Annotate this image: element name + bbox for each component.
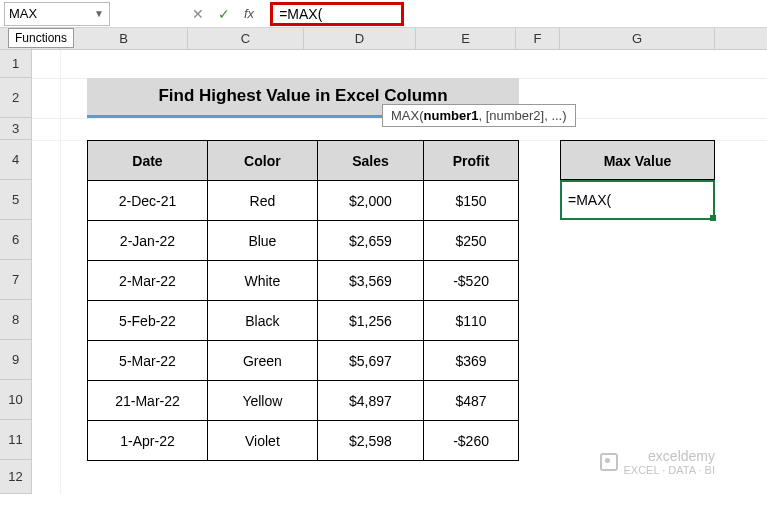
cell-profit[interactable]: $150 xyxy=(424,181,519,221)
formula-bar-icons: ✕ ✓ fx xyxy=(114,6,270,22)
cell-date[interactable]: 1-Apr-22 xyxy=(88,421,208,461)
col-header-B[interactable]: B xyxy=(60,28,188,49)
row-header[interactable]: 3 xyxy=(0,118,32,140)
fx-icon[interactable]: fx xyxy=(244,6,254,21)
col-header-F[interactable]: F xyxy=(516,28,560,49)
cell-sales[interactable]: $4,897 xyxy=(317,381,423,421)
chevron-down-icon[interactable]: ▼ xyxy=(93,8,105,19)
formula-input[interactable]: =MAX( xyxy=(270,2,404,26)
row-header[interactable]: 9 xyxy=(0,340,32,380)
watermark: exceldemy EXCEL · DATA · BI xyxy=(600,449,716,476)
logo-icon xyxy=(600,453,618,471)
formula-entry: =MAX( xyxy=(270,2,767,26)
cell-date[interactable]: 2-Jan-22 xyxy=(88,221,208,261)
cell-profit[interactable]: $250 xyxy=(424,221,519,261)
row-header[interactable]: 8 xyxy=(0,300,32,340)
cell-sales[interactable]: $2,000 xyxy=(317,181,423,221)
table-row: 2-Jan-22Blue$2,659$250 xyxy=(88,221,519,261)
col-header-C[interactable]: C xyxy=(188,28,304,49)
row-header[interactable]: 12 xyxy=(0,460,32,494)
formula-bar: MAX ▼ ✕ ✓ fx =MAX( xyxy=(0,0,767,28)
cell-profit[interactable]: $110 xyxy=(424,301,519,341)
cell-date[interactable]: 5-Feb-22 xyxy=(88,301,208,341)
gridline xyxy=(60,50,61,494)
row-headers: 1 2 3 4 5 6 7 8 9 10 11 12 xyxy=(0,50,32,494)
check-icon[interactable]: ✓ xyxy=(218,6,230,22)
cell-date[interactable]: 21-Mar-22 xyxy=(88,381,208,421)
row-header[interactable]: 5 xyxy=(0,180,32,220)
data-table: Date Color Sales Profit 2-Dec-21Red$2,00… xyxy=(87,140,519,461)
max-value-cell[interactable]: =MAX( xyxy=(560,180,715,220)
table-row: 5-Feb-22Black$1,256$110 xyxy=(88,301,519,341)
cell-color[interactable]: Red xyxy=(208,181,318,221)
row-header[interactable]: 6 xyxy=(0,220,32,260)
cell-color[interactable]: Violet xyxy=(208,421,318,461)
grid: 1 2 3 4 5 6 7 8 9 10 11 12 Find Highest … xyxy=(0,50,767,494)
column-headers: A B C D E F G xyxy=(0,28,767,50)
table-row: 21-Mar-22Yellow$4,897$487 xyxy=(88,381,519,421)
cell-sales[interactable]: $1,256 xyxy=(317,301,423,341)
table-header-row: Date Color Sales Profit xyxy=(88,141,519,181)
max-value-header[interactable]: Max Value xyxy=(560,140,715,180)
col-sales[interactable]: Sales xyxy=(317,141,423,181)
cell-profit[interactable]: $369 xyxy=(424,341,519,381)
cell-sales[interactable]: $2,598 xyxy=(317,421,423,461)
row-header[interactable]: 1 xyxy=(0,50,32,78)
cell-sales[interactable]: $5,697 xyxy=(317,341,423,381)
cell-color[interactable]: Blue xyxy=(208,221,318,261)
cell-profit[interactable]: -$260 xyxy=(424,421,519,461)
function-tooltip: MAX(number1, [number2], ...) xyxy=(382,104,576,127)
cell-color[interactable]: Black xyxy=(208,301,318,341)
col-header-D[interactable]: D xyxy=(304,28,416,49)
cell-sales[interactable]: $2,659 xyxy=(317,221,423,261)
cell-color[interactable]: Green xyxy=(208,341,318,381)
table-row: 5-Mar-22Green$5,697$369 xyxy=(88,341,519,381)
name-box[interactable]: MAX ▼ xyxy=(4,2,110,26)
sheet-area[interactable]: Find Highest Value in Excel Column MAX(n… xyxy=(32,50,767,494)
row-header[interactable]: 2 xyxy=(0,78,32,118)
cell-date[interactable]: 5-Mar-22 xyxy=(88,341,208,381)
col-header-E[interactable]: E xyxy=(416,28,516,49)
name-box-value: MAX xyxy=(9,6,93,21)
cell-date[interactable]: 2-Dec-21 xyxy=(88,181,208,221)
cell-color[interactable]: White xyxy=(208,261,318,301)
row-header[interactable]: 10 xyxy=(0,380,32,420)
cell-profit[interactable]: -$520 xyxy=(424,261,519,301)
cell-profit[interactable]: $487 xyxy=(424,381,519,421)
col-header-G[interactable]: G xyxy=(560,28,715,49)
row-header[interactable]: 11 xyxy=(0,420,32,460)
row-header[interactable]: 7 xyxy=(0,260,32,300)
col-date[interactable]: Date xyxy=(88,141,208,181)
table-row: 2-Dec-21Red$2,000$150 xyxy=(88,181,519,221)
row-header[interactable]: 4 xyxy=(0,140,32,180)
col-profit[interactable]: Profit xyxy=(424,141,519,181)
table-row: 2-Mar-22White$3,569-$520 xyxy=(88,261,519,301)
cancel-icon[interactable]: ✕ xyxy=(192,6,204,22)
functions-tooltip: Functions xyxy=(8,28,74,48)
cell-color[interactable]: Yellow xyxy=(208,381,318,421)
cell-date[interactable]: 2-Mar-22 xyxy=(88,261,208,301)
col-color[interactable]: Color xyxy=(208,141,318,181)
cell-sales[interactable]: $3,569 xyxy=(317,261,423,301)
table-row: 1-Apr-22Violet$2,598-$260 xyxy=(88,421,519,461)
